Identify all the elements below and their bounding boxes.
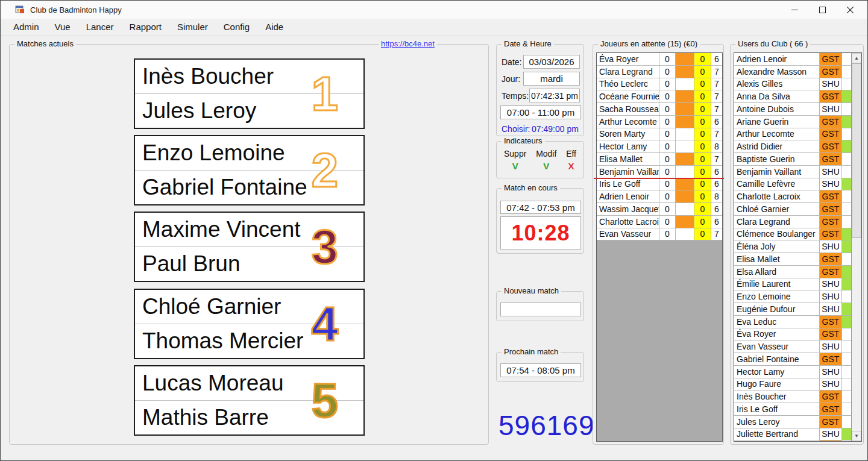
waiting-col1-cell: 0 (659, 78, 675, 90)
waiting-player-row[interactable]: Wassim Jacquet006 (597, 203, 722, 216)
waiting-col3-cell: 0 (694, 178, 711, 190)
waiting-player-row[interactable]: Hector Lamy008 (597, 140, 722, 153)
menu-item-simuler[interactable]: Simuler (169, 19, 216, 34)
waiting-player-row[interactable]: Clara Legrand007 (597, 66, 722, 78)
waiting-player-row[interactable]: Océane Fournier007 (597, 90, 722, 103)
user-tag: GST (819, 190, 841, 202)
user-tag: GST (819, 66, 841, 78)
user-row[interactable]: Evan VasseurSHU (734, 340, 852, 353)
user-row[interactable]: Elsa AllardGST (734, 266, 852, 278)
user-name: Chloé Garnier (734, 203, 819, 215)
user-tag: SHU (819, 290, 841, 303)
indicators-row: SupprVModifVEffX (497, 149, 583, 171)
next-match-slot-field[interactable]: 07:54 - 08:05 pm (500, 363, 581, 377)
menu-item-config[interactable]: Config (216, 19, 257, 34)
waiting-col3-cell: 0 (694, 90, 711, 102)
user-row[interactable]: Benjamin VaillantSHU (734, 166, 852, 178)
user-row[interactable]: Charlotte LacroixGST (734, 190, 852, 203)
bc4e-link[interactable]: https://bc4e.net (379, 39, 437, 48)
user-row[interactable]: Baptiste GuerinGST (734, 153, 852, 166)
waiting-col1-cell: 0 (659, 190, 675, 202)
datetime-panel-title: Date & Heure (502, 39, 554, 48)
waiting-col3-cell: 0 (694, 53, 711, 65)
waiting-player-row[interactable]: Charlotte Lacroix006 (597, 216, 722, 228)
scrollbar-thumb[interactable] (852, 63, 861, 238)
user-name: Émilie Laurent (734, 278, 819, 290)
user-name: Camille Lefèvre (734, 178, 819, 190)
user-row[interactable]: Elisa MalletGST (734, 253, 852, 266)
user-tag: GST (819, 353, 841, 365)
waiting-player-row[interactable]: Théo Leclerc007 (597, 78, 722, 91)
match-box-5[interactable]: Lucas MoreauMathis Barre5 (134, 365, 365, 436)
match-number-label: 4 (312, 300, 339, 348)
waiting-player-name: Hector Lamy (597, 140, 659, 152)
waiting-player-row[interactable]: Soren Marty007 (597, 128, 722, 141)
user-tag: GST (819, 328, 841, 340)
menu-item-lancer[interactable]: Lancer (78, 19, 122, 34)
user-row[interactable]: Alexis GillesSHU (734, 78, 852, 91)
waiting-player-name: Evan Vasseur (597, 228, 659, 240)
user-name: Inès Boucher (734, 390, 819, 403)
scroll-up-icon[interactable]: ▲ (852, 53, 861, 63)
minimize-button[interactable] (781, 1, 808, 19)
menu-item-vue[interactable]: Vue (47, 19, 78, 34)
match-number-label: 1 (312, 70, 339, 118)
user-row[interactable]: Clémence BoulangerGST (734, 228, 852, 241)
session-field[interactable]: 07:00 - 11:00 pm (500, 105, 581, 119)
day-field[interactable]: mardi (523, 72, 580, 86)
user-row[interactable]: Juliette BertrandSHU (734, 428, 852, 441)
user-row[interactable]: Hector LamySHU (734, 366, 852, 378)
users-scrollbar[interactable]: ▲ ▼ (851, 53, 861, 441)
user-row[interactable]: Eva LeducGST (734, 316, 852, 328)
user-name: Jules Leroy (734, 416, 819, 428)
user-row[interactable]: Jules LeroyGST (734, 416, 852, 428)
waiting-player-name: Iris Le Goff (597, 178, 659, 190)
user-row[interactable]: Inès BoucherGST (734, 390, 852, 403)
match-box-4[interactable]: Chloé GarnierThomas Mercier4 (134, 289, 365, 359)
scroll-down-icon[interactable]: ▼ (852, 431, 861, 441)
waiting-col1-cell: 0 (659, 128, 675, 140)
waiting-player-name: Sacha Rousseau (597, 103, 659, 115)
user-row[interactable]: Anna Da SilvaGST (734, 90, 852, 103)
user-row[interactable]: Enzo LemoineSHU (734, 290, 852, 303)
user-row[interactable]: Iris Le GoffGST (734, 403, 852, 416)
user-tag: SHU (819, 303, 841, 315)
waiting-player-row[interactable]: Elisa Mallet007 (597, 153, 722, 166)
match-box-3[interactable]: Maxime VincentPaul Brun3 (134, 212, 365, 282)
user-row[interactable]: Chloé GarnierGST (734, 203, 852, 216)
waiting-player-row[interactable]: Benjamin Vaillant006 (597, 166, 722, 178)
user-name: Éva Royer (734, 328, 819, 340)
choose-value[interactable]: 07:49:00 pm (532, 124, 579, 134)
user-row[interactable]: Camille LefèvreSHU (734, 178, 852, 191)
user-row[interactable]: Antoine DuboisSHU (734, 103, 852, 116)
user-row[interactable]: Astrid DidierGST (734, 140, 852, 153)
waiting-player-row[interactable]: Evan Vasseur007 (597, 228, 722, 241)
menu-item-rapport[interactable]: Rapport (122, 19, 169, 34)
user-row[interactable]: Eugénie DufourSHU (734, 303, 852, 316)
current-match-slot-field[interactable]: 07:42 - 07:53 pm (500, 201, 581, 214)
user-row[interactable]: Alexandre MassonGST (734, 66, 852, 78)
close-button[interactable] (836, 1, 864, 19)
match-box-1[interactable]: Inès BoucherJules Leroy1 (134, 58, 365, 129)
user-row[interactable]: Adrien LenoirGST (734, 53, 852, 66)
waiting-player-row[interactable]: Iris Le Goff006 (597, 178, 722, 191)
user-row[interactable]: Gabriel FontaineGST (734, 353, 852, 366)
maximize-button[interactable] (808, 1, 836, 19)
user-row[interactable]: Arthur LecomteGST (734, 128, 852, 141)
user-row[interactable]: Éva RoyerGST (734, 328, 852, 341)
user-row[interactable]: Éléna JolySHU (734, 240, 852, 253)
user-row[interactable]: Hugo FaureSHU (734, 378, 852, 391)
user-row[interactable]: Émilie LaurentSHU (734, 278, 852, 291)
menu-item-admin[interactable]: Admin (5, 19, 47, 34)
new-match-field[interactable] (500, 303, 581, 316)
waiting-col2-cell (675, 66, 694, 78)
waiting-player-row[interactable]: Arthur Lecomte006 (597, 116, 722, 128)
menu-item-aide[interactable]: Aide (257, 19, 291, 34)
user-row[interactable]: Clara LegrandGST (734, 216, 852, 228)
date-field[interactable]: 03/03/2026 (523, 55, 580, 69)
waiting-player-row[interactable]: Adrien Lenoir008 (597, 190, 722, 203)
waiting-player-row[interactable]: Sacha Rousseau007 (597, 103, 722, 116)
match-box-2[interactable]: Enzo LemoineGabriel Fontaine2 (134, 135, 365, 205)
user-row[interactable]: Ariane GuerinGST (734, 116, 852, 128)
waiting-player-row[interactable]: Éva Royer006 (597, 53, 722, 66)
